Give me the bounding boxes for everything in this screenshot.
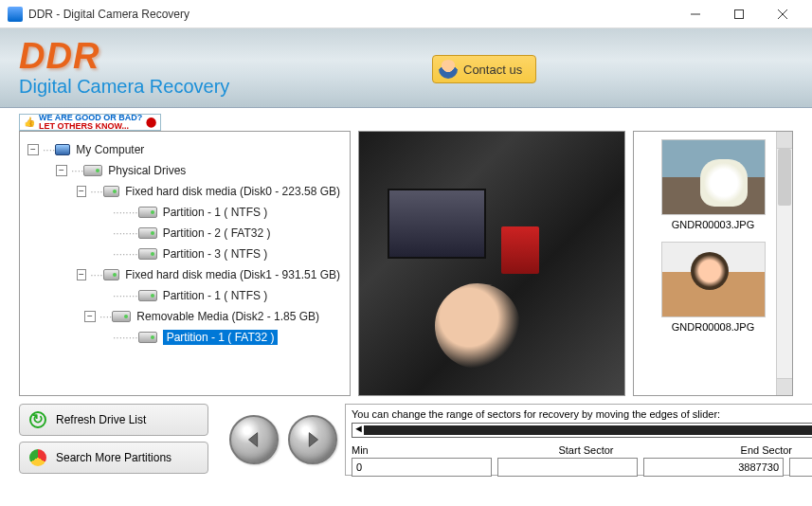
tree-node-partition[interactable]: ········ Partition - 1 ( NTFS ) bbox=[24, 202, 346, 223]
logo-block: DDR Digital Camera Recovery bbox=[19, 38, 229, 98]
thumbnail-image bbox=[661, 139, 766, 215]
drive-tree-panel: − ···· My Computer − ···· Physical Drive… bbox=[19, 131, 351, 396]
start-sector-input[interactable] bbox=[497, 458, 638, 477]
slider-description: You can change the range of sectors for … bbox=[352, 408, 812, 420]
review-line2: LET OTHERS KNOW... bbox=[39, 122, 142, 131]
svg-rect-1 bbox=[735, 9, 744, 18]
tree-node-disk2[interactable]: − ···· Removable Media (Disk2 - 1.85 GB) bbox=[24, 306, 346, 327]
refresh-drive-list-button[interactable]: Refresh Drive List bbox=[19, 404, 208, 436]
min-label: Min bbox=[352, 444, 489, 456]
computer-icon bbox=[55, 144, 70, 155]
forward-button[interactable] bbox=[288, 415, 337, 464]
drive-icon bbox=[83, 165, 102, 176]
expand-toggle[interactable]: − bbox=[77, 186, 87, 197]
title-bar: DDR - Digital Camera Recovery bbox=[0, 0, 812, 28]
max-sector-input[interactable] bbox=[789, 458, 812, 477]
thumbnail-item[interactable]: GNDR00003.JPG bbox=[661, 139, 766, 230]
partition-icon bbox=[138, 290, 157, 301]
tree-node-mycomputer[interactable]: − ···· My Computer bbox=[24, 139, 346, 160]
back-button[interactable] bbox=[229, 415, 279, 464]
contact-label: Contact us bbox=[463, 63, 522, 77]
thumbs-up-icon: 👍 bbox=[24, 117, 35, 127]
expand-toggle[interactable]: − bbox=[77, 269, 87, 280]
bottom-left-controls: Refresh Drive List Search More Partition… bbox=[19, 404, 337, 476]
scrollbar[interactable] bbox=[776, 132, 792, 395]
close-button[interactable] bbox=[761, 0, 804, 28]
expand-toggle[interactable]: − bbox=[27, 144, 39, 155]
thumbnail-item[interactable]: GNDR00008.JPG bbox=[661, 242, 766, 333]
tree-node-partition[interactable]: ········ Partition - 1 ( NTFS ) bbox=[24, 285, 346, 306]
search-more-partitions-button[interactable]: Search More Partitions bbox=[19, 442, 208, 474]
camera-photo bbox=[359, 132, 624, 395]
app-icon bbox=[8, 7, 23, 22]
max-label: Max bbox=[792, 444, 812, 456]
thumbnails-panel: GNDR00003.JPG GNDR00008.JPG bbox=[633, 131, 793, 396]
tree-node-partition[interactable]: ········ Partition - 3 ( NTFS ) bbox=[24, 244, 346, 264]
drive-icon bbox=[103, 186, 120, 197]
tree-node-disk0[interactable]: − ···· Fixed hard disk media (Disk0 - 22… bbox=[24, 181, 346, 202]
header-banner: DDR Digital Camera Recovery Contact us bbox=[0, 28, 812, 108]
refresh-icon bbox=[29, 411, 46, 428]
refresh-label: Refresh Drive List bbox=[56, 413, 146, 426]
pie-search-icon bbox=[29, 449, 46, 466]
min-sector-input[interactable] bbox=[352, 458, 492, 477]
review-badge[interactable]: 👍 WE ARE GOOD OR BAD? LET OTHERS KNOW...… bbox=[19, 114, 161, 131]
partition-icon bbox=[138, 332, 157, 343]
thumbnail-filename: GNDR00003.JPG bbox=[672, 219, 754, 230]
expand-toggle[interactable]: − bbox=[84, 311, 96, 322]
minimize-button[interactable] bbox=[674, 0, 717, 28]
start-sector-label: Start Sector bbox=[489, 444, 655, 456]
preview-image-panel bbox=[358, 131, 625, 396]
tree-node-physical[interactable]: − ···· Physical Drives bbox=[24, 160, 346, 181]
partition-icon bbox=[138, 227, 157, 239]
thumbnail-filename: GNDR00008.JPG bbox=[672, 321, 754, 333]
person-icon bbox=[439, 60, 458, 79]
bottom-bar: Refresh Drive List Search More Partition… bbox=[0, 396, 812, 487]
tree-node-partition-selected[interactable]: ········ Partition - 1 ( FAT32 ) bbox=[24, 327, 346, 348]
logo-text: DDR bbox=[19, 38, 229, 74]
speech-bubble-icon: ⬤ bbox=[146, 117, 156, 127]
expand-toggle[interactable]: − bbox=[56, 165, 67, 176]
drive-icon bbox=[112, 311, 131, 322]
partition-icon bbox=[138, 248, 157, 260]
end-sector-label: End Sector bbox=[655, 444, 792, 456]
end-sector-input[interactable] bbox=[643, 458, 784, 477]
sector-range-slider[interactable] bbox=[352, 423, 812, 438]
tree-node-disk1[interactable]: − ···· Fixed hard disk media (Disk1 - 93… bbox=[24, 264, 346, 285]
sector-slider-panel: You can change the range of sectors for … bbox=[345, 404, 812, 476]
thumbnail-image bbox=[661, 242, 766, 317]
contact-us-button[interactable]: Contact us bbox=[432, 55, 536, 83]
partition-icon bbox=[138, 207, 157, 218]
tree-node-partition[interactable]: ········ Partition - 2 ( FAT32 ) bbox=[24, 223, 346, 244]
window-title: DDR - Digital Camera Recovery bbox=[28, 8, 674, 21]
review-bar: 👍 WE ARE GOOD OR BAD? LET OTHERS KNOW...… bbox=[0, 108, 812, 131]
search-label: Search More Partitions bbox=[56, 451, 171, 464]
drive-tree[interactable]: − ···· My Computer − ···· Physical Drive… bbox=[24, 139, 346, 348]
drive-icon bbox=[103, 269, 120, 280]
maximize-button[interactable] bbox=[717, 0, 761, 28]
product-subtitle: Digital Camera Recovery bbox=[19, 76, 229, 98]
main-area: − ···· My Computer − ···· Physical Drive… bbox=[0, 131, 812, 396]
